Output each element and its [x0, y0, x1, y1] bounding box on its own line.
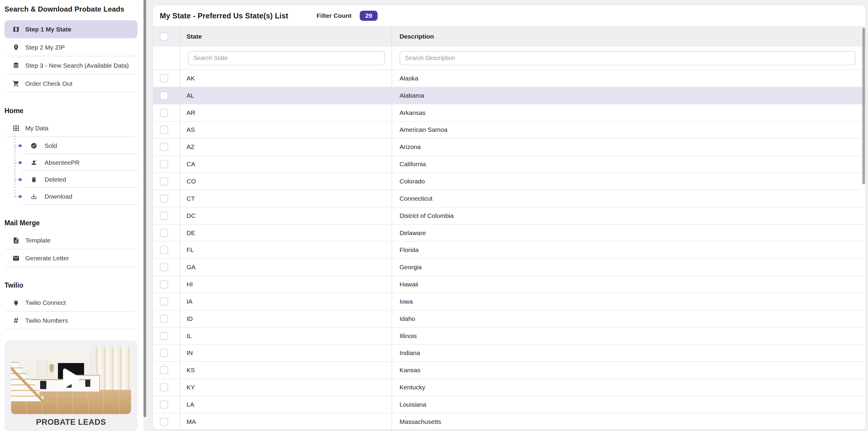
- sidebar-subnav-item[interactable]: Sold: [4, 137, 137, 154]
- table-row[interactable]: AK Alaska: [153, 70, 865, 87]
- table-row[interactable]: KY Kentucky: [153, 379, 865, 396]
- table-row[interactable]: HI Hawaii: [153, 276, 865, 293]
- section-items-home: My Data: [4, 119, 137, 137]
- sidebar-nav-item[interactable]: # Twilio Numbers: [4, 312, 137, 330]
- state-cell: AZ: [180, 139, 392, 155]
- table-row[interactable]: CA California: [153, 156, 865, 173]
- row-checkbox[interactable]: [160, 109, 168, 117]
- row-checkbox[interactable]: [160, 366, 168, 374]
- description-cell: Massachusetts: [392, 413, 865, 429]
- table-row[interactable]: LA Louisiana: [153, 396, 865, 413]
- table-row[interactable]: AZ Arizona: [153, 139, 865, 156]
- row-checkbox[interactable]: [160, 246, 168, 254]
- sidebar-step-item[interactable]: Step 3 - New Search (Available Data): [4, 56, 137, 74]
- row-checkbox-cell: [153, 396, 180, 413]
- sidebar-nav-item[interactable]: Twilio Connect: [4, 294, 137, 312]
- select-all-checkbox[interactable]: [160, 32, 168, 41]
- row-checkbox-cell: [153, 122, 180, 138]
- row-checkbox[interactable]: [160, 314, 168, 323]
- table-row[interactable]: IN Indiana: [153, 345, 865, 362]
- state-cell: IA: [180, 293, 392, 310]
- row-checkbox-cell: [153, 70, 180, 87]
- table-row[interactable]: MA Massachusetts: [153, 413, 865, 429]
- row-checkbox[interactable]: [160, 194, 168, 203]
- sidebar-subnav-item[interactable]: Download: [4, 188, 137, 205]
- sidebar-nav-item[interactable]: My Data: [4, 119, 137, 137]
- row-checkbox[interactable]: [160, 177, 168, 186]
- sidebar-nav-item[interactable]: Generate Letter: [4, 249, 137, 267]
- filter-count-group: Filter Count 29: [317, 11, 378, 21]
- database-icon: [12, 62, 20, 69]
- row-checkbox[interactable]: [160, 74, 168, 82]
- table-row[interactable]: FL Florida: [153, 242, 865, 259]
- table-row[interactable]: IL Illinois: [153, 328, 865, 345]
- row-checkbox-cell: [153, 139, 180, 155]
- art-plant: [49, 364, 55, 374]
- state-cell: FL: [180, 242, 392, 258]
- description-cell: Delaware: [392, 225, 865, 241]
- sidebar-subnav-item[interactable]: AbsenteePR: [4, 154, 137, 171]
- subnav-item-label: Sold: [44, 142, 57, 149]
- section-items-mail-merge: Template Generate Letter: [4, 232, 137, 267]
- sidebar-step-item[interactable]: Step 1 My State: [4, 20, 137, 38]
- table-row[interactable]: AL Alabama: [153, 87, 865, 104]
- nav-item-label: Twilio Numbers: [25, 317, 68, 325]
- sidebar-step-item[interactable]: Step 2 My ZIP: [4, 38, 137, 56]
- page-title: My State - Preferred Us State(s) List: [160, 11, 288, 20]
- table-row[interactable]: ID Idaho: [153, 310, 865, 328]
- sidebar-scrollbar-track[interactable]: [144, 0, 146, 431]
- tree-dot-icon: [19, 161, 22, 164]
- person-off-icon: [31, 159, 37, 166]
- row-checkbox-cell: [153, 156, 180, 172]
- row-checkbox[interactable]: [160, 212, 168, 220]
- table-row[interactable]: AS American Samoa: [153, 122, 865, 139]
- plug-icon: [12, 299, 20, 306]
- description-cell: Connecticut: [392, 190, 865, 207]
- table-row[interactable]: KS Kansas: [153, 362, 865, 379]
- row-checkbox[interactable]: [160, 332, 168, 340]
- subnav-item-label: Deleted: [44, 176, 66, 183]
- table-row[interactable]: DC District of Columbia: [153, 207, 865, 225]
- section-heading-home: Home: [4, 106, 137, 115]
- row-checkbox[interactable]: [160, 229, 168, 237]
- section-heading-twilio: Twilio: [4, 281, 137, 290]
- search-description-input[interactable]: [400, 51, 856, 65]
- sidebar-subnav-item[interactable]: Deleted: [4, 171, 137, 188]
- trash-icon: [31, 176, 37, 183]
- sidebar-nav-item[interactable]: Template: [4, 232, 137, 249]
- table-row[interactable]: IA Iowa: [153, 293, 865, 310]
- row-checkbox[interactable]: [160, 297, 168, 306]
- table-scrollbar-thumb[interactable]: [862, 28, 865, 184]
- row-checkbox[interactable]: [160, 126, 168, 134]
- steps-nav: Step 1 My State Step 2 My ZIP Step 3 - N…: [4, 20, 137, 93]
- row-checkbox[interactable]: [160, 160, 168, 168]
- play-icon[interactable]: [61, 367, 81, 389]
- row-checkbox[interactable]: [160, 400, 168, 409]
- sidebar-scrollbar-thumb[interactable]: [144, 0, 146, 417]
- row-checkbox-cell: [153, 345, 180, 362]
- section-items-twilio: Twilio Connect # Twilio Numbers: [4, 294, 137, 330]
- table-row[interactable]: CO Colorado: [153, 173, 865, 190]
- row-checkbox[interactable]: [160, 349, 168, 357]
- row-checkbox[interactable]: [160, 143, 168, 151]
- video-thumbnail[interactable]: [11, 347, 131, 414]
- row-checkbox[interactable]: [160, 280, 168, 289]
- file-icon: [12, 237, 20, 244]
- row-checkbox[interactable]: [160, 263, 168, 271]
- row-checkbox-cell: [153, 362, 180, 378]
- row-checkbox[interactable]: [160, 383, 168, 392]
- table-row[interactable]: GA Georgia: [153, 259, 865, 276]
- search-state-input[interactable]: [188, 51, 385, 65]
- table-row[interactable]: DE Delaware: [153, 225, 865, 242]
- table-row[interactable]: CT Connecticut: [153, 190, 865, 207]
- envelope-icon: [12, 255, 20, 262]
- state-cell: CO: [180, 173, 392, 190]
- row-checkbox-cell: [153, 190, 180, 207]
- row-checkbox[interactable]: [160, 92, 168, 100]
- table-row[interactable]: AR Arkansas: [153, 104, 865, 122]
- row-checkbox-cell: [153, 310, 180, 327]
- row-checkbox[interactable]: [160, 418, 168, 426]
- description-cell: Alabama: [392, 87, 865, 104]
- step-label: Step 3 - New Search (Available Data): [25, 61, 129, 69]
- sidebar-step-item[interactable]: Order Check Out: [4, 74, 137, 93]
